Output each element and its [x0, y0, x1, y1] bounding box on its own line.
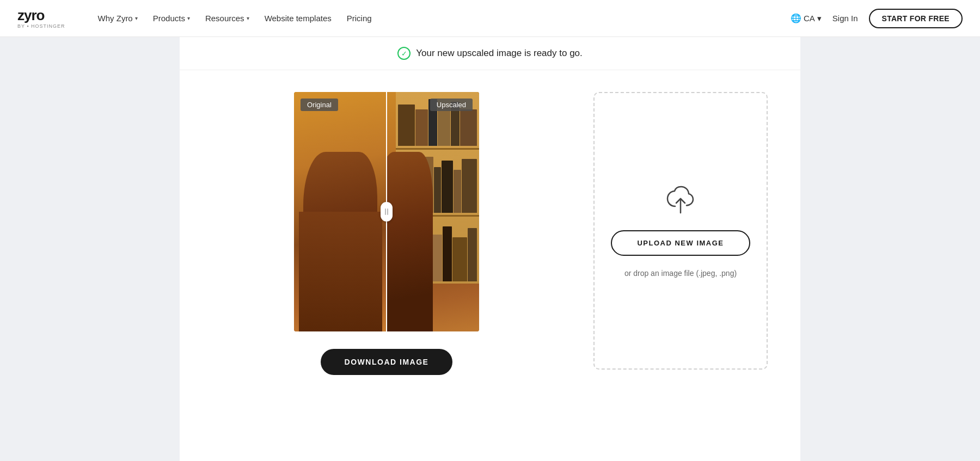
page-wrapper: ✓ Your new upscaled image is ready to go… [0, 37, 980, 461]
upload-new-image-button[interactable]: UPLOAD NEW IMAGE [611, 230, 750, 256]
chevron-down-icon: ▾ [247, 15, 249, 21]
original-label: Original [301, 99, 338, 111]
nav-item-products[interactable]: Products ▾ [146, 9, 197, 27]
compare-handle[interactable] [381, 202, 393, 222]
nav-item-resources[interactable]: Resources ▾ [199, 9, 256, 27]
upload-icon-wrap [664, 185, 697, 217]
nav-right: 🌐 CA ▾ Sign In START FOR FREE [791, 9, 963, 28]
handle-dots [385, 208, 388, 215]
upload-hint-text: or drop an image file (.jpeg, .png) [624, 269, 737, 278]
handle-dot [385, 208, 386, 215]
upscaled-label: Upscaled [430, 99, 473, 111]
logo-zyro-text: zyro [17, 8, 65, 22]
nav-item-pricing[interactable]: Pricing [340, 9, 378, 27]
chevron-down-icon: ▾ [187, 15, 190, 21]
nav-links: Why Zyro ▾ Products ▾ Resources ▾ Websit… [91, 9, 791, 27]
success-check-icon: ✓ [397, 47, 411, 60]
signin-link[interactable]: Sign In [832, 14, 858, 23]
download-image-button[interactable]: DOWNLOAD IMAGE [321, 349, 453, 375]
upload-panel[interactable]: UPLOAD NEW IMAGE or drop an image file (… [593, 92, 768, 370]
chevron-down-icon: ▾ [817, 14, 822, 23]
upload-cloud-icon [664, 185, 697, 217]
globe-icon: 🌐 [791, 13, 801, 23]
content-card: ✓ Your new upscaled image is ready to go… [180, 37, 800, 461]
locale-selector[interactable]: 🌐 CA ▾ [791, 13, 822, 23]
image-compare-container[interactable]: Original Upscaled [294, 92, 479, 331]
chevron-down-icon: ▾ [135, 15, 138, 21]
logo-hostinger-text: BY ▪ HOSTINGER [17, 23, 65, 29]
logo[interactable]: zyro BY ▪ HOSTINGER [17, 8, 65, 29]
success-banner: ✓ Your new upscaled image is ready to go… [180, 37, 800, 70]
handle-dot [387, 208, 388, 215]
image-compare-section: Original Upscaled DOWNLOAD IMAGE [212, 92, 561, 375]
main-area: Original Upscaled DOWNLOAD IMAGE [180, 70, 800, 408]
success-message: Your new upscaled image is ready to go. [416, 48, 583, 59]
start-for-free-button[interactable]: START FOR FREE [869, 9, 963, 28]
navigation: zyro BY ▪ HOSTINGER Why Zyro ▾ Products … [0, 0, 980, 37]
nav-item-why-zyro[interactable]: Why Zyro ▾ [91, 9, 144, 27]
nav-item-website-templates[interactable]: Website templates [258, 9, 338, 27]
